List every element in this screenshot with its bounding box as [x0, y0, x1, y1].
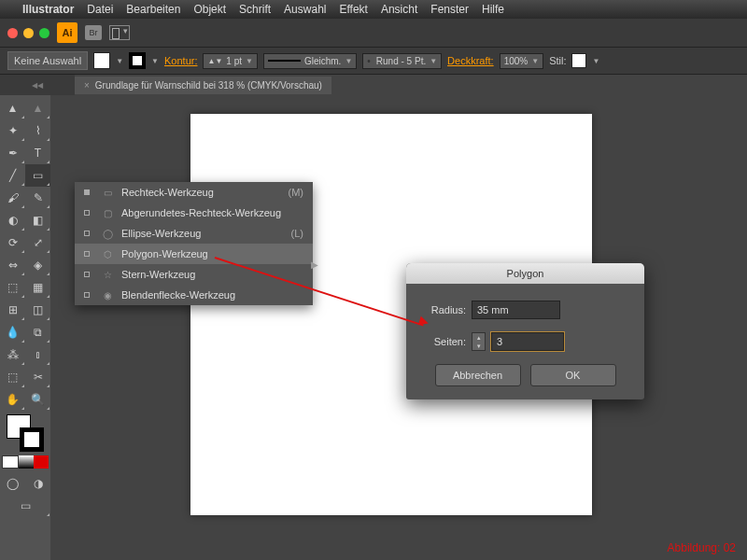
shape-tools-flyout: ▭Rechteck-Werkzeug(M) ▢Abgerundetes-Rech…: [75, 182, 313, 305]
mesh-tool[interactable]: ⊞: [0, 299, 25, 321]
flare-menuitem[interactable]: ◉Blendenflecke-Werkzeug: [75, 285, 313, 305]
symbol-sprayer-tool[interactable]: ⁂: [0, 343, 25, 366]
paintbrush-tool[interactable]: 🖌: [0, 187, 25, 209]
menu-schrift[interactable]: Schrift: [239, 3, 271, 16]
rectangle-menuitem[interactable]: ▭Rechteck-Werkzeug(M): [75, 182, 313, 203]
free-transform-tool[interactable]: ◈: [25, 254, 50, 276]
ellipse-icon: ◯: [101, 229, 114, 239]
draw-mode-normal[interactable]: ◯: [0, 472, 25, 495]
polygon-menuitem[interactable]: ⬡Polygon-Werkzeug: [75, 244, 313, 264]
ellipse-menuitem[interactable]: ◯Ellipse-Werkzeug(L): [75, 223, 313, 244]
opacity-label: Deckkraft:: [447, 55, 494, 66]
zoom-tool[interactable]: 🔍: [25, 388, 50, 411]
figure-caption: Abbildung: 02: [668, 541, 736, 554]
system-menubar: Illustrator Datei Bearbeiten Objekt Schr…: [0, 0, 747, 19]
brush-dropdown[interactable]: •Rund - 5 Pt.▼: [362, 53, 442, 69]
document-tab[interactable]: × Grundlage für Warnschild bei 318 % (CM…: [75, 77, 331, 94]
gradient-tool[interactable]: ◫: [25, 299, 50, 321]
stroke-label: Kontur:: [164, 55, 197, 66]
fill-dropdown-icon[interactable]: ▼: [116, 57, 123, 65]
toolbar: ▲▲ ✦⌇ ✒T ╱▭ 🖌✎ ◐◧ ⟳⤢ ⇔◈ ⬚▦ ⊞◫ 💧⧉ ⁂⫾ ⬚✂ ✋…: [0, 95, 50, 560]
opacity-input[interactable]: 100%▼: [500, 53, 544, 69]
menu-effekt[interactable]: Effekt: [339, 3, 367, 16]
menu-ansicht[interactable]: Ansicht: [381, 3, 417, 16]
radius-label: Radius:: [421, 304, 466, 315]
radius-input[interactable]: [472, 301, 560, 319]
blob-brush-tool[interactable]: ◐: [0, 209, 25, 231]
selection-tool[interactable]: ▲: [0, 97, 25, 119]
eraser-tool[interactable]: ◧: [25, 209, 50, 231]
app-titlebar: Ai Br: [0, 19, 747, 47]
sides-input[interactable]: [491, 332, 564, 351]
type-tool[interactable]: T: [25, 142, 50, 164]
flare-icon: ◉: [101, 290, 114, 301]
minimize-button[interactable]: [23, 28, 34, 38]
rectangle-icon: ▭: [101, 188, 114, 198]
app-name[interactable]: Illustrator: [22, 3, 74, 16]
magic-wand-tool[interactable]: ✦: [0, 119, 25, 142]
fill-stroke-widget[interactable]: [7, 414, 44, 452]
dialog-title: Polygon: [406, 263, 644, 284]
star-menuitem[interactable]: ☆Stern-Werkzeug: [75, 264, 313, 285]
menu-objekt[interactable]: Objekt: [193, 3, 226, 16]
tab-close-icon[interactable]: ×: [84, 80, 90, 91]
menu-fenster[interactable]: Fenster: [430, 3, 469, 16]
blend-tool[interactable]: ⧉: [25, 321, 50, 343]
stroke-swatch[interactable]: [129, 52, 146, 69]
stroke-dash-dropdown[interactable]: Gleichm.▼: [263, 53, 357, 69]
draw-mode-behind[interactable]: ◑: [25, 472, 50, 495]
pencil-tool[interactable]: ✎: [25, 187, 50, 209]
control-bar: Keine Auswahl ▼ ▼ Kontur: ▲▼1 pt▼ Gleich…: [0, 47, 747, 75]
rectangle-tool[interactable]: ▭: [25, 164, 50, 187]
polygon-dialog: Polygon Radius: Seiten: ▴▾ Abbrechen OK: [406, 263, 644, 399]
hand-tool[interactable]: ✋: [0, 388, 25, 411]
rounded-rect-icon: ▢: [101, 208, 114, 218]
panel-grip[interactable]: ◀◀: [0, 75, 75, 95]
width-tool[interactable]: ⇔: [0, 254, 25, 276]
menu-auswahl[interactable]: Auswahl: [284, 3, 326, 16]
stroke-weight-input[interactable]: ▲▼1 pt▼: [203, 53, 257, 69]
document-title: Grundlage für Warnschild bei 318 % (CMYK…: [95, 80, 322, 91]
menu-bearbeiten[interactable]: Bearbeiten: [126, 3, 180, 16]
slice-tool[interactable]: ✂: [25, 366, 50, 388]
style-label: Stil:: [549, 55, 566, 66]
direct-selection-tool[interactable]: ▲: [25, 97, 50, 119]
close-button[interactable]: [7, 28, 18, 38]
artboard-tool[interactable]: ⬚: [0, 366, 25, 388]
perspective-tool[interactable]: ▦: [25, 276, 50, 299]
cancel-button[interactable]: Abbrechen: [435, 364, 521, 386]
flyout-tearoff-icon[interactable]: ▶: [311, 259, 318, 270]
menu-hilfe[interactable]: Hilfe: [482, 3, 504, 16]
app-logo: Ai: [57, 22, 78, 43]
rounded-rect-menuitem[interactable]: ▢Abgerundetes-Rechteck-Werkzeug: [75, 203, 313, 223]
stroke-dropdown-icon[interactable]: ▼: [151, 57, 159, 65]
scale-tool[interactable]: ⤢: [25, 231, 50, 254]
eyedropper-tool[interactable]: 💧: [0, 321, 25, 343]
fill-swatch[interactable]: [93, 52, 110, 69]
sides-stepper[interactable]: ▴▾: [472, 332, 486, 351]
zoom-button[interactable]: [39, 28, 49, 38]
polygon-icon: ⬡: [101, 249, 114, 259]
selection-status: Keine Auswahl: [7, 51, 88, 70]
pen-tool[interactable]: ✒: [0, 142, 25, 164]
arrange-documents-button[interactable]: [109, 25, 130, 40]
star-icon: ☆: [101, 270, 114, 280]
shape-builder-tool[interactable]: ⬚: [0, 276, 25, 299]
window-controls: [7, 28, 49, 38]
style-swatch[interactable]: [571, 53, 586, 68]
rotate-tool[interactable]: ⟳: [0, 231, 25, 254]
color-mode-row[interactable]: [2, 455, 49, 469]
screen-mode[interactable]: ▭: [0, 495, 50, 517]
sides-label: Seiten:: [421, 336, 466, 347]
lasso-tool[interactable]: ⌇: [25, 119, 50, 142]
line-tool[interactable]: ╱: [0, 164, 25, 187]
menu-datei[interactable]: Datei: [87, 3, 113, 16]
bridge-button[interactable]: Br: [85, 25, 102, 40]
document-tab-bar: ◀◀ × Grundlage für Warnschild bei 318 % …: [0, 75, 747, 95]
ok-button[interactable]: OK: [530, 364, 616, 386]
graph-tool[interactable]: ⫾: [25, 343, 50, 366]
